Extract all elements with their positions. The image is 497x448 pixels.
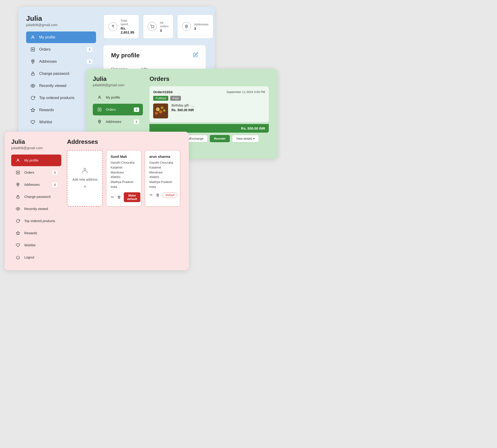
stat-label: Addresses bbox=[194, 23, 208, 26]
nav-rewards-pink[interactable]: Rewards bbox=[11, 227, 61, 239]
user-email-green: julia808@gmail.com bbox=[93, 83, 143, 87]
nav-label: Orders bbox=[24, 171, 34, 174]
order-badges: Fulfilled Paid bbox=[153, 96, 265, 101]
nav-recently-viewed-blue[interactable]: Recently viewed bbox=[26, 80, 96, 92]
svg-point-11 bbox=[99, 96, 100, 97]
nav-orders-pink[interactable]: Orders 3 bbox=[11, 167, 61, 178]
nav-orders-green[interactable]: Orders 3 bbox=[93, 104, 143, 115]
nav-label: Wishlist bbox=[39, 120, 52, 124]
nav-label: My profile bbox=[106, 96, 120, 99]
svg-marker-6 bbox=[31, 108, 35, 112]
edit-profile-icon[interactable] bbox=[193, 52, 198, 59]
nav-label: Addresses bbox=[24, 183, 40, 187]
stat-value: Rs. 2,651.95 bbox=[121, 26, 134, 34]
address-details-1: Gandhi Chouraha Kalakhet Mandsaur 458001… bbox=[111, 160, 137, 190]
user-info-pink: Julia julia808@gmail.com bbox=[11, 138, 61, 150]
nav-wishlist-pink[interactable]: Wishlist bbox=[11, 239, 61, 251]
svg-point-18 bbox=[156, 108, 160, 111]
star-icon-p bbox=[15, 230, 21, 236]
order-id: Order#1034 bbox=[153, 90, 173, 94]
lock-icon bbox=[30, 71, 36, 77]
sidebar-blue: My profile Orders 3 Addresses 3 bbox=[26, 32, 96, 140]
nav-wishlist-blue[interactable]: Wishlist bbox=[26, 116, 96, 128]
order-total-bar: Rs. 500.00 INR bbox=[149, 124, 269, 133]
person-icon-g bbox=[96, 95, 103, 100]
svg-point-5 bbox=[32, 85, 33, 86]
addresses-badge-blue: 3 bbox=[87, 59, 92, 64]
plus-icon: + bbox=[83, 183, 86, 190]
nav-recently-viewed-pink[interactable]: Recently viewed bbox=[11, 203, 61, 215]
nav-label: Recently viewed bbox=[24, 207, 48, 211]
nav-orders-blue[interactable]: Orders 3 bbox=[26, 44, 96, 55]
nav-label: Wishlist bbox=[24, 243, 35, 247]
nav-label: Addresses bbox=[106, 120, 121, 124]
eye-icon bbox=[30, 83, 36, 89]
make-default-button-1[interactable]: Make default bbox=[124, 192, 140, 202]
nav-label: Addresses bbox=[39, 59, 57, 64]
svg-point-28 bbox=[17, 208, 19, 209]
svg-point-3 bbox=[32, 61, 33, 62]
svg-rect-27 bbox=[17, 196, 19, 198]
order-card: Order#1034 September 11 2024 3:04 PM Ful… bbox=[149, 86, 269, 122]
svg-point-21 bbox=[163, 109, 165, 112]
orders-badge-pink: 3 bbox=[52, 170, 58, 175]
nav-rewards-blue[interactable]: Rewards bbox=[26, 104, 96, 116]
nav-change-password-pink[interactable]: Change password bbox=[11, 191, 61, 203]
person-icon-p bbox=[15, 157, 21, 163]
nav-top-ordered-blue[interactable]: Top ordered products bbox=[26, 92, 96, 104]
user-name-pink: Julia bbox=[11, 138, 61, 145]
svg-rect-4 bbox=[32, 73, 34, 75]
product-price: Rs. 500.00 INR bbox=[171, 108, 194, 112]
svg-marker-29 bbox=[16, 231, 20, 235]
nav-logout-pink[interactable]: Logout bbox=[11, 252, 61, 263]
addresses-badge-pink: 3 bbox=[52, 182, 58, 187]
svg-point-10 bbox=[186, 26, 187, 27]
nav-label: Orders bbox=[106, 108, 116, 112]
profile-header: My profile bbox=[111, 52, 198, 59]
addresses-title: Addresses bbox=[67, 138, 180, 145]
nav-label: Rewards bbox=[39, 108, 54, 112]
svg-point-19 bbox=[160, 106, 163, 109]
location-icon bbox=[30, 59, 36, 64]
reorder-button[interactable]: Reorder bbox=[210, 135, 230, 142]
nav-addresses-blue[interactable]: Addresses 3 bbox=[26, 56, 96, 67]
add-new-address-card[interactable]: Add new address + bbox=[67, 150, 103, 207]
pink-card: Julia julia808@gmail.com My profile Orde… bbox=[5, 132, 189, 270]
edit-address-1-button[interactable]: ✏ bbox=[111, 194, 114, 200]
svg-point-13 bbox=[99, 109, 100, 110]
heart-icon-p bbox=[15, 242, 21, 248]
svg-point-22 bbox=[155, 112, 158, 115]
refresh-icon bbox=[30, 95, 36, 101]
nav-addresses-pink[interactable]: Addresses 3 bbox=[11, 179, 61, 191]
nav-my-profile-pink[interactable]: My profile bbox=[11, 155, 61, 166]
nav-top-ordered-pink[interactable]: Top ordered products bbox=[11, 215, 61, 227]
svg-point-20 bbox=[159, 110, 162, 113]
order-product: Birthday gift - ... Rs. 500.00 INR bbox=[153, 103, 265, 118]
nav-my-profile-green[interactable]: My profile bbox=[93, 92, 143, 103]
view-details-button[interactable]: View details ▾ bbox=[232, 135, 259, 142]
nav-label: Change password bbox=[39, 72, 69, 76]
product-image bbox=[153, 103, 168, 118]
address-card-1: Sunil Mali Gandhi Chouraha Kalakhet Mand… bbox=[106, 150, 142, 207]
nav-my-profile-blue[interactable]: My profile bbox=[26, 32, 96, 43]
svg-rect-12 bbox=[98, 108, 101, 111]
nav-addresses-green[interactable]: Addresses 2 bbox=[93, 116, 143, 128]
delete-address-2-button[interactable]: 🗑 bbox=[156, 192, 160, 198]
svg-point-9 bbox=[153, 28, 154, 29]
box-icon-p bbox=[15, 169, 21, 176]
svg-point-26 bbox=[17, 184, 19, 185]
orders-badge-green: 3 bbox=[134, 108, 139, 112]
cart-icon bbox=[148, 22, 157, 31]
rupee-icon: ₹ bbox=[108, 22, 117, 31]
stat-total-spent: ₹ Total spent Rs. 2,651.95 bbox=[103, 15, 139, 39]
edit-address-2-button[interactable]: ✏ bbox=[149, 192, 153, 198]
nav-change-password-blue[interactable]: Change password bbox=[26, 68, 96, 80]
user-info-blue: Julia julia808@gmail.com bbox=[26, 15, 96, 27]
address-name-1: Sunil Mali bbox=[111, 155, 137, 159]
nav-label: Change password bbox=[24, 195, 50, 199]
delete-address-1-button[interactable]: 🗑 bbox=[117, 195, 121, 200]
svg-point-8 bbox=[152, 28, 152, 29]
svg-point-2 bbox=[32, 49, 33, 50]
nav-label: Top ordered products bbox=[24, 219, 55, 223]
stat-label: All orders bbox=[160, 21, 169, 28]
